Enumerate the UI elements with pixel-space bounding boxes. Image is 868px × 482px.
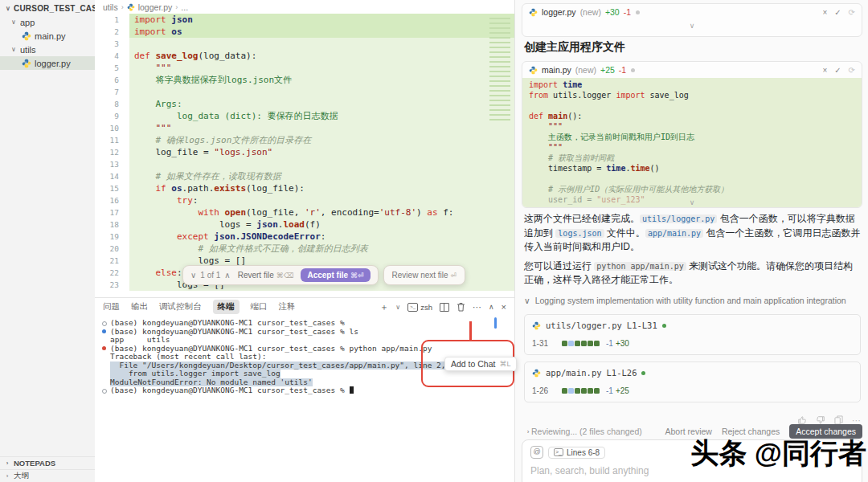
code-preview[interactable]: import timefrom utils.logger import save…: [522, 78, 862, 207]
chevron-down-icon[interactable]: ∨: [190, 271, 196, 280]
status-dot: [662, 324, 666, 328]
tab-problems[interactable]: 问题: [103, 301, 120, 312]
code-line[interactable]: def main():: [522, 111, 862, 121]
breadcrumb-folder[interactable]: utils: [103, 2, 118, 12]
tab-ports[interactable]: 端口: [251, 301, 268, 312]
code-line[interactable]: 6 将字典数据保存到logs.json文件: [95, 74, 514, 86]
tab-output[interactable]: 输出: [131, 301, 148, 312]
terminal-scroll-indicator[interactable]: [494, 317, 497, 329]
maximize-panel-icon[interactable]: ∧: [489, 303, 494, 311]
line-number: 19: [95, 231, 129, 243]
code-line[interactable]: [522, 174, 862, 184]
collapse-summary[interactable]: ∨ Logging system implementation with uti…: [524, 294, 861, 308]
code-line[interactable]: 7: [95, 86, 514, 98]
sidebar-item-utils[interactable]: ∨ utils: [0, 43, 95, 56]
code-line[interactable]: 17 with open(log_file, 'r', encoding='ut…: [95, 206, 514, 219]
diff-card-main[interactable]: main.py (new) +25 -1 × ✓ ⟳ import timefr…: [522, 61, 862, 208]
new-terminal-button[interactable]: ＋: [379, 301, 388, 313]
terminal-line[interactable]: (base) kongdeyuan@DYUANKONG-MC1 cursor_t…: [101, 319, 514, 328]
tab-debug-console[interactable]: 调试控制台: [159, 301, 202, 312]
file-change-card-main[interactable]: app/main.py L1-L26 1-26 -1 +25: [524, 362, 861, 402]
diff-nav[interactable]: ∨ 1 of 1 ∧: [190, 271, 231, 280]
restore-icon[interactable]: ⟳: [849, 8, 855, 17]
accept-file-icon[interactable]: ✓: [834, 66, 841, 75]
diff-block: [562, 341, 567, 346]
code-editor[interactable]: utils › logger.py › ... 1import json2imp…: [95, 0, 514, 297]
add-to-chat-tooltip[interactable]: Add to Chat ⌘L: [444, 357, 517, 371]
tab-comments[interactable]: 注释: [279, 301, 296, 312]
section-notepads[interactable]: › NOTEPADS: [0, 456, 95, 469]
modified-dot: [631, 68, 635, 72]
explorer-root[interactable]: ∨ CURSOR_TEST_CASES: [0, 0, 95, 15]
code-line[interactable]: 10 """: [95, 122, 514, 134]
minimap[interactable]: [486, 14, 514, 293]
diff-card-logger[interactable]: logger.py (new) +30 -1 × ✓ ⟳ ∨: [522, 3, 862, 37]
reject-file-icon[interactable]: ×: [822, 8, 827, 17]
line-number: 3: [95, 38, 129, 50]
code-line[interactable]: import time: [522, 80, 862, 90]
code-line[interactable]: 18 logs = json.load(f): [95, 219, 514, 231]
breadcrumb-file[interactable]: logger.py: [138, 2, 173, 12]
terminal-line[interactable]: (base) kongdeyuan@DYUANKONG-MC1 cursor_t…: [101, 386, 514, 395]
chevron-down-icon[interactable]: ∨: [395, 304, 400, 311]
diff-block: [588, 341, 593, 346]
code-line[interactable]: 19 except json.JSONDecodeError:: [95, 231, 514, 243]
tab-terminal[interactable]: 终端: [213, 300, 240, 314]
bottom-panel: 问题 输出 调试控制台 终端 端口 注释 ＋ ∨ >_zsh ⋯ ∧ × (ba…: [95, 297, 514, 482]
accept-file-button[interactable]: Accept file⌘⏎: [301, 268, 370, 282]
code-line[interactable]: 15 if os.path.exists(log_file):: [95, 182, 514, 194]
shell-badge[interactable]: >_zsh: [407, 303, 432, 312]
file-change-card-logger[interactable]: utils/logger.py L1-L31 1-31 -1 +30: [524, 314, 861, 355]
sidebar-item-main-py[interactable]: main.py: [0, 29, 95, 43]
expand-code-chevron[interactable]: ∨: [522, 197, 862, 207]
add-context-icon[interactable]: @: [530, 446, 543, 459]
code-line[interactable]: """: [522, 121, 862, 132]
reject-file-icon[interactable]: ×: [822, 66, 827, 75]
code-line[interactable]: 16 try:: [95, 194, 514, 206]
more-actions-icon[interactable]: ⋯: [473, 302, 481, 312]
code-line[interactable]: 20 # 如果文件格式不正确，创建新的日志列表: [95, 243, 514, 255]
revert-file-button[interactable]: Revert file⌘⌫: [238, 271, 294, 280]
code-line[interactable]: """: [522, 142, 862, 153]
code-line[interactable]: 14 # 如果文件存在，读取现有数据: [95, 170, 514, 182]
code-line[interactable]: [522, 100, 862, 111]
code-line[interactable]: 9 log_data (dict): 要保存的日志数据: [95, 110, 514, 122]
section-outline[interactable]: › 大纲: [0, 469, 95, 482]
code-line[interactable]: timestamp = time.time(): [522, 163, 862, 174]
shortcut-hint: ⌘⏎: [350, 272, 364, 280]
breadcrumb-more[interactable]: ...: [181, 2, 188, 12]
restore-icon[interactable]: ⟳: [849, 66, 855, 75]
context-chip-lines[interactable]: >_ Lines 6-8: [548, 447, 605, 459]
chevron-up-icon[interactable]: ∧: [224, 271, 230, 280]
breadcrumb[interactable]: utils › logger.py › ...: [95, 0, 514, 14]
annotation-pointer-line: [469, 321, 472, 341]
line-number: 13: [95, 158, 129, 170]
chevron-right-icon: ›: [4, 472, 10, 480]
code-line[interactable]: 13: [95, 158, 514, 170]
code-line[interactable]: # 获取当前时间戳: [522, 153, 862, 163]
code-lines[interactable]: 1import json2import os34def save_log(log…: [95, 14, 514, 291]
code-line[interactable]: 4def save_log(log_data):: [95, 50, 514, 62]
code-line[interactable]: 11 # 确保logs.json文件所在的目录存在: [95, 134, 514, 146]
code-line[interactable]: 2import os: [95, 26, 514, 38]
code-line[interactable]: 3: [95, 38, 514, 50]
code-line[interactable]: # 示例用户ID（实际应用中可能从其他地方获取）: [522, 184, 862, 194]
code-line[interactable]: 8 Args:: [95, 98, 514, 110]
split-terminal-icon[interactable]: [440, 303, 449, 312]
code-line[interactable]: 5 """: [95, 62, 514, 74]
expand-card-chevron[interactable]: ∨: [522, 20, 862, 31]
python-icon: [529, 8, 538, 17]
accept-file-icon[interactable]: ✓: [834, 8, 841, 17]
chevron-right-icon[interactable]: ›: [525, 428, 531, 435]
sidebar-item-app[interactable]: ∨ app: [0, 15, 95, 29]
close-panel-icon[interactable]: ×: [502, 302, 506, 312]
diff-block: [562, 388, 567, 394]
review-next-file-button[interactable]: Review next file⏎: [383, 265, 466, 285]
code-line[interactable]: 1import json: [95, 14, 514, 26]
code-line[interactable]: 主函数，记录当前时间戳和用户ID到日志: [522, 132, 862, 142]
diff-review-bar: ∨ 1 of 1 ∧ Revert file⌘⌫ Accept file⌘⏎ R…: [182, 265, 465, 285]
code-line[interactable]: 12 log_file = "logs.json": [95, 146, 514, 158]
sidebar-item-logger-py[interactable]: logger.py: [0, 56, 95, 70]
trash-icon[interactable]: [457, 302, 465, 312]
code-line[interactable]: from utils.logger import save_log: [522, 90, 862, 100]
